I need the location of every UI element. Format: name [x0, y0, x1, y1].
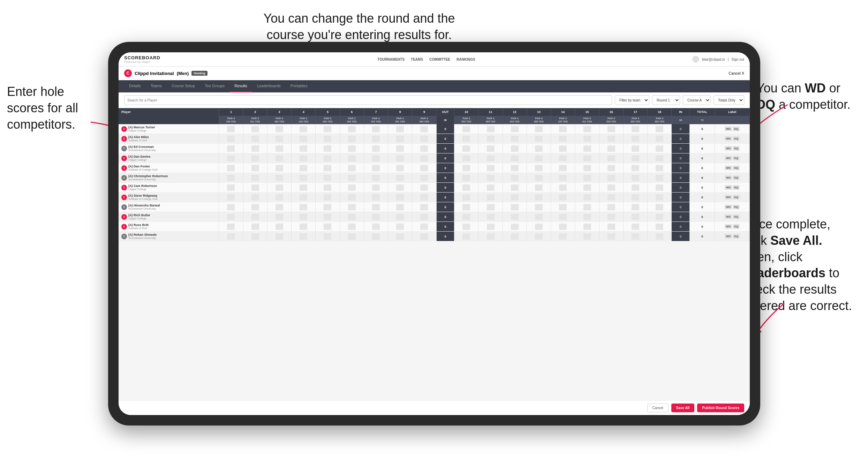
score-input-h3[interactable] — [276, 145, 283, 152]
score-input-h11[interactable] — [487, 184, 495, 191]
score-hole-12[interactable] — [503, 124, 527, 134]
score-hole-13[interactable] — [527, 173, 551, 183]
tab-leaderboards[interactable]: Leaderboards — [252, 80, 286, 92]
score-hole-5[interactable] — [316, 222, 340, 232]
wd-button[interactable]: WD — [725, 166, 732, 170]
score-hole-14[interactable] — [551, 124, 575, 134]
score-input-h9[interactable] — [420, 155, 428, 161]
score-input-h7[interactable] — [372, 184, 380, 191]
score-hole-1[interactable] — [219, 173, 243, 183]
score-hole-8[interactable] — [388, 202, 412, 212]
score-hole-18[interactable] — [648, 193, 672, 202]
score-hole-8[interactable] — [388, 232, 412, 241]
score-hole-15[interactable] — [575, 144, 599, 153]
cancel-button[interactable]: Cancel — [647, 404, 669, 412]
score-hole-6[interactable] — [340, 222, 364, 232]
score-input-h6[interactable] — [348, 184, 356, 191]
score-hole-6[interactable] — [340, 144, 364, 153]
score-input-h11[interactable] — [487, 145, 495, 152]
score-input-h8[interactable] — [396, 204, 404, 210]
score-hole-13[interactable] — [527, 163, 551, 173]
score-input-h16[interactable] — [607, 184, 615, 191]
score-input-h9[interactable] — [420, 194, 428, 201]
score-hole-2[interactable] — [243, 232, 267, 241]
score-hole-5[interactable] — [316, 183, 340, 193]
score-hole-1[interactable] — [219, 183, 243, 193]
score-input-h10[interactable] — [462, 224, 470, 230]
score-input-h4[interactable] — [300, 126, 307, 132]
score-hole-3[interactable] — [267, 153, 291, 163]
wd-button[interactable]: WD — [725, 224, 732, 229]
score-hole-9[interactable] — [412, 144, 436, 153]
score-hole-2[interactable] — [243, 134, 267, 144]
score-input-h8[interactable] — [396, 175, 404, 181]
score-input-h3[interactable] — [276, 136, 283, 142]
score-hole-11[interactable] — [478, 124, 503, 134]
score-input-h6[interactable] — [348, 155, 356, 161]
score-hole-9[interactable] — [412, 163, 436, 173]
score-input-h6[interactable] — [348, 224, 356, 230]
score-hole-14[interactable] — [551, 163, 575, 173]
score-input-h15[interactable] — [583, 175, 591, 181]
score-input-h14[interactable] — [559, 126, 567, 132]
score-input-h3[interactable] — [276, 233, 283, 240]
score-hole-15[interactable] — [575, 183, 599, 193]
score-input-h12[interactable] — [511, 145, 519, 152]
score-hole-11[interactable] — [478, 173, 503, 183]
dq-button[interactable]: DQ — [733, 234, 740, 239]
tab-results[interactable]: Results — [229, 80, 252, 92]
score-input-h4[interactable] — [300, 165, 307, 171]
score-hole-2[interactable] — [243, 163, 267, 173]
score-hole-11[interactable] — [478, 134, 503, 144]
score-hole-15[interactable] — [575, 173, 599, 183]
score-hole-8[interactable] — [388, 222, 412, 232]
score-input-h13[interactable] — [535, 145, 543, 152]
score-hole-8[interactable] — [388, 163, 412, 173]
score-hole-4[interactable] — [292, 144, 316, 153]
wd-button[interactable]: WD — [725, 127, 732, 131]
score-input-h12[interactable] — [511, 136, 519, 142]
score-hole-11[interactable] — [478, 202, 503, 212]
score-input-h11[interactable] — [487, 165, 495, 171]
score-hole-17[interactable] — [623, 222, 647, 232]
score-input-h15[interactable] — [583, 214, 591, 220]
score-input-h16[interactable] — [607, 204, 615, 210]
score-input-h10[interactable] — [462, 194, 470, 201]
score-hole-4[interactable] — [292, 222, 316, 232]
score-input-h2[interactable] — [251, 175, 259, 181]
score-input-h14[interactable] — [559, 224, 567, 230]
score-hole-2[interactable] — [243, 153, 267, 163]
score-hole-13[interactable] — [527, 222, 551, 232]
score-hole-12[interactable] — [503, 144, 527, 153]
score-input-h3[interactable] — [276, 194, 283, 201]
score-input-h1[interactable] — [227, 204, 235, 210]
wd-button[interactable]: WD — [725, 146, 732, 151]
score-hole-18[interactable] — [648, 124, 672, 134]
tab-details[interactable]: Details — [124, 80, 146, 92]
score-hole-14[interactable] — [551, 193, 575, 202]
score-input-h9[interactable] — [420, 126, 428, 132]
score-input-h15[interactable] — [583, 194, 591, 201]
score-hole-7[interactable] — [364, 124, 388, 134]
score-input-h5[interactable] — [324, 165, 331, 171]
score-hole-3[interactable] — [267, 163, 291, 173]
score-hole-15[interactable] — [575, 124, 599, 134]
score-hole-2[interactable] — [243, 144, 267, 153]
score-hole-18[interactable] — [648, 163, 672, 173]
score-input-h9[interactable] — [420, 145, 428, 152]
score-hole-16[interactable] — [599, 232, 623, 241]
score-input-h8[interactable] — [396, 126, 404, 132]
wd-button[interactable]: WD — [725, 195, 732, 199]
score-hole-18[interactable] — [648, 183, 672, 193]
tab-teams[interactable]: Teams — [146, 80, 167, 92]
score-input-h12[interactable] — [511, 126, 519, 132]
score-input-h12[interactable] — [511, 175, 519, 181]
score-hole-12[interactable] — [503, 183, 527, 193]
score-input-h8[interactable] — [396, 214, 404, 220]
score-hole-6[interactable] — [340, 202, 364, 212]
score-input-h3[interactable] — [276, 204, 283, 210]
score-hole-2[interactable] — [243, 183, 267, 193]
round-select[interactable]: Round 1 Round 2 Round 3 Round 4 — [652, 95, 680, 105]
score-input-h6[interactable] — [348, 175, 356, 181]
score-input-h5[interactable] — [324, 233, 331, 240]
